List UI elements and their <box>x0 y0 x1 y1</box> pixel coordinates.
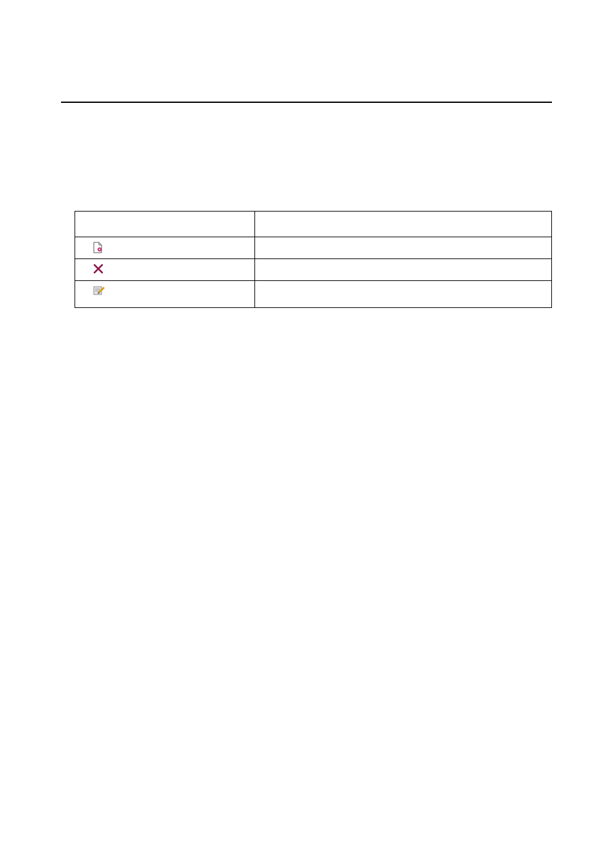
horizontal-rule <box>61 102 552 103</box>
table-header-desc <box>255 212 552 237</box>
table-row <box>75 259 552 281</box>
table-row <box>75 281 552 308</box>
delete-x-icon <box>93 264 105 275</box>
icon-cell-new <box>75 237 255 259</box>
icon-description-table <box>75 211 552 308</box>
new-doc-icon <box>93 242 105 253</box>
edit-pencil-icon <box>93 285 105 297</box>
icon-cell-delete <box>75 259 255 281</box>
table-header-icon <box>75 212 255 237</box>
table-header-row <box>75 212 552 237</box>
icon-cell-edit <box>75 281 255 308</box>
desc-cell <box>255 259 552 281</box>
table-row <box>75 237 552 259</box>
desc-cell <box>255 237 552 259</box>
desc-cell <box>255 281 552 308</box>
